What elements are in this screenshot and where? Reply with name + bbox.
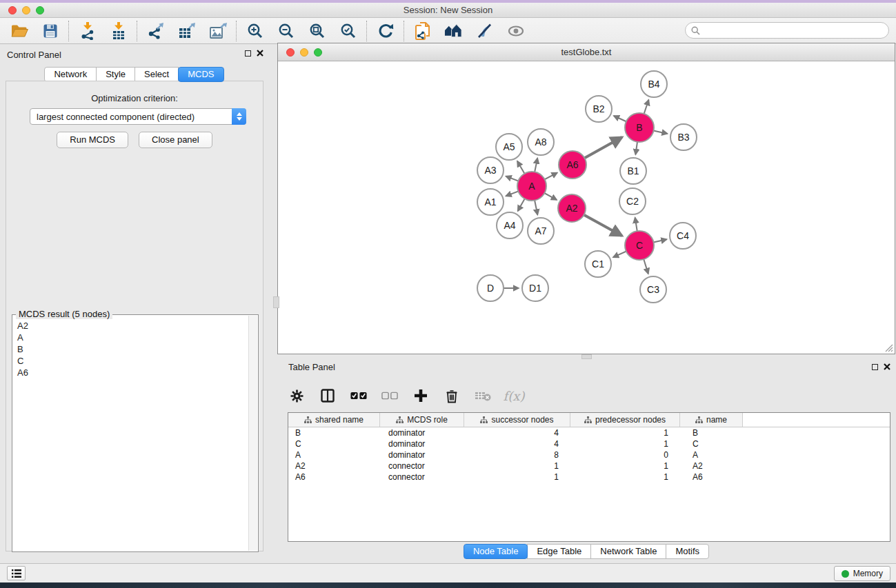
table-settings-gear-icon[interactable] bbox=[288, 387, 305, 404]
table-tab-node-table[interactable]: Node Table bbox=[464, 544, 528, 559]
dropdown-stepper-icon bbox=[232, 108, 246, 125]
network-window-titlebar: testGlobe.txt bbox=[278, 43, 895, 61]
graphics-details-icon[interactable] bbox=[475, 22, 494, 40]
resize-grip-icon[interactable] bbox=[884, 343, 893, 352]
column-header-name[interactable]: name bbox=[680, 413, 743, 427]
refresh-icon[interactable] bbox=[376, 22, 395, 40]
function-builder-icon[interactable]: f(x) bbox=[506, 387, 522, 404]
network-from-file-icon[interactable] bbox=[413, 22, 432, 40]
table-cell[interactable]: C bbox=[680, 439, 743, 449]
tab-select[interactable]: Select bbox=[135, 67, 179, 82]
close-table-panel-icon[interactable] bbox=[884, 363, 890, 370]
task-history-button[interactable] bbox=[7, 566, 26, 580]
search-input[interactable] bbox=[704, 26, 883, 35]
table-row[interactable]: A6connector11A6 bbox=[288, 472, 890, 483]
table-cell[interactable]: 1 bbox=[570, 461, 680, 471]
table-cell[interactable]: A bbox=[288, 450, 380, 460]
table-cell[interactable]: 1 bbox=[570, 428, 680, 438]
save-session-icon[interactable] bbox=[41, 22, 59, 40]
table-cell[interactable]: 1 bbox=[570, 439, 680, 449]
result-item[interactable]: A bbox=[13, 333, 248, 345]
deselect-all-rows-icon[interactable] bbox=[381, 387, 398, 404]
result-item[interactable]: C bbox=[13, 356, 248, 368]
table-panel: Table Panel bbox=[277, 358, 896, 562]
zoom-out-icon[interactable] bbox=[277, 22, 295, 40]
table-tab-motifs[interactable]: Motifs bbox=[666, 544, 709, 559]
zoom-fit-icon[interactable] bbox=[308, 22, 326, 40]
graph-node-label-A6: A6 bbox=[566, 159, 578, 170]
show-hide-eye-icon[interactable] bbox=[506, 22, 525, 40]
float-panel-icon[interactable] bbox=[245, 50, 251, 57]
export-table-icon[interactable] bbox=[177, 22, 196, 40]
graph-node-label-D: D bbox=[487, 283, 494, 294]
table-cell[interactable]: 4 bbox=[464, 428, 570, 438]
graph-node-label-A4: A4 bbox=[504, 220, 515, 231]
result-scrollbar[interactable] bbox=[248, 316, 257, 551]
graph-node-label-C4: C4 bbox=[677, 230, 689, 241]
result-item[interactable]: A2 bbox=[13, 321, 248, 333]
table-cell[interactable]: 8 bbox=[464, 450, 570, 460]
table-cell[interactable]: 0 bbox=[570, 450, 680, 460]
table-row[interactable]: A2connector11A2 bbox=[288, 460, 890, 472]
column-layout-icon[interactable] bbox=[319, 387, 336, 404]
import-table-icon[interactable] bbox=[109, 22, 128, 40]
tab-style[interactable]: Style bbox=[96, 67, 135, 82]
table-cell[interactable]: A2 bbox=[288, 461, 380, 471]
float-table-panel-icon[interactable] bbox=[872, 364, 878, 370]
table-cell[interactable]: connector bbox=[380, 461, 464, 471]
result-item[interactable]: A6 bbox=[13, 368, 248, 380]
zoom-selected-icon[interactable] bbox=[339, 22, 357, 40]
table-row[interactable]: Cdominator41C bbox=[288, 438, 890, 449]
memory-button[interactable]: Memory bbox=[834, 566, 890, 581]
table-cell[interactable]: connector bbox=[380, 472, 464, 482]
graph-node-label-D1: D1 bbox=[529, 283, 541, 294]
table-cell[interactable]: 1 bbox=[464, 461, 570, 471]
table-tabs: Node TableEdge TableNetwork TableMotifs bbox=[277, 544, 896, 559]
table-row[interactable]: Bdominator41B bbox=[288, 427, 890, 438]
open-session-icon[interactable] bbox=[10, 22, 28, 40]
tab-mcds[interactable]: MCDS bbox=[178, 67, 223, 82]
select-all-rows-icon[interactable] bbox=[350, 387, 367, 404]
table-tab-network-table[interactable]: Network Table bbox=[590, 544, 666, 559]
column-header-successor-nodes[interactable]: successor nodes bbox=[464, 413, 570, 427]
table-cell[interactable]: 1 bbox=[464, 472, 570, 482]
table-cell[interactable]: A bbox=[680, 450, 743, 460]
table-cell[interactable]: dominator bbox=[380, 439, 464, 449]
add-column-icon[interactable] bbox=[412, 387, 429, 404]
column-header-MCDS-role[interactable]: MCDS role bbox=[380, 413, 464, 427]
table-cell[interactable]: 4 bbox=[464, 439, 570, 449]
column-header-shared-name[interactable]: shared name bbox=[288, 413, 380, 427]
delete-table-icon[interactable] bbox=[475, 387, 491, 404]
desktop-strip-bottom bbox=[0, 582, 896, 588]
graph-node-label-C: C bbox=[636, 240, 643, 251]
network-canvas[interactable]: B4B2BB3A8A5A6A3B1AA1C2A2A4A7C4CC1DD1C3 bbox=[278, 61, 895, 354]
export-image-icon[interactable] bbox=[208, 22, 227, 40]
tab-network[interactable]: Network bbox=[44, 67, 97, 82]
vertical-splitter-handle[interactable] bbox=[273, 296, 279, 308]
table-cell[interactable]: C bbox=[288, 439, 380, 449]
table-cell[interactable]: dominator bbox=[380, 428, 464, 438]
delete-column-icon[interactable] bbox=[444, 387, 460, 404]
table-cell[interactable]: A6 bbox=[680, 472, 743, 482]
table-cell[interactable]: dominator bbox=[380, 450, 464, 460]
graph-node-label-C3: C3 bbox=[647, 284, 659, 295]
table-cell[interactable]: 1 bbox=[570, 472, 680, 482]
table-tab-edge-table[interactable]: Edge Table bbox=[527, 544, 591, 559]
zoom-in-icon[interactable] bbox=[246, 22, 264, 40]
run-mcds-button[interactable]: Run MCDS bbox=[57, 132, 128, 148]
close-panel-button[interactable]: Close panel bbox=[139, 132, 212, 148]
home-browser-icon[interactable] bbox=[444, 22, 463, 40]
graph-node-label-A2: A2 bbox=[566, 203, 577, 214]
criterion-dropdown[interactable]: largest connected component (directed) bbox=[30, 108, 246, 125]
close-panel-icon[interactable] bbox=[257, 50, 263, 57]
table-cell[interactable]: A6 bbox=[288, 472, 380, 482]
table-cell[interactable]: B bbox=[288, 428, 380, 438]
export-network-icon[interactable] bbox=[146, 22, 165, 40]
result-item[interactable]: B bbox=[13, 345, 248, 356]
table-cell[interactable]: B bbox=[680, 428, 743, 438]
column-header-predecessor-nodes[interactable]: predecessor nodes bbox=[570, 413, 680, 427]
table-cell[interactable]: A2 bbox=[680, 461, 743, 471]
import-network-icon[interactable] bbox=[78, 22, 97, 40]
table-row[interactable]: Adominator80A bbox=[288, 449, 890, 460]
search-box[interactable] bbox=[685, 22, 889, 39]
